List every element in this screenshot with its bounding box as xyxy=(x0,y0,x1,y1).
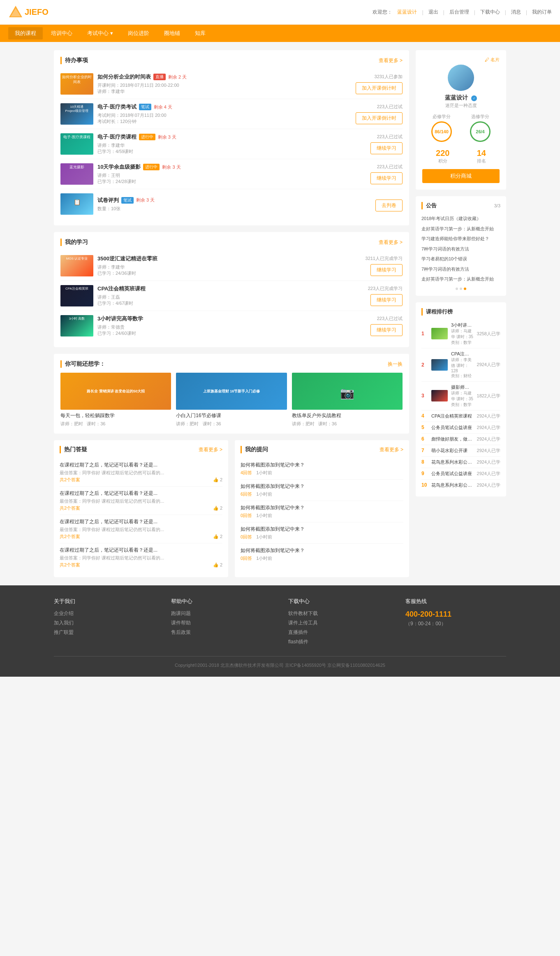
hot-qa-header: 热门答疑 查看更多 > xyxy=(60,446,222,453)
learn-btn-1[interactable]: 继续学习 xyxy=(370,294,403,306)
learning-more[interactable]: 查看更多 > xyxy=(379,239,403,246)
todo-btn-4[interactable]: 去判卷 xyxy=(375,200,403,211)
rank-info: 公务员笔试公益讲座 xyxy=(431,471,474,477)
footer-link[interactable]: 直播插件 xyxy=(288,629,389,636)
nav-orders[interactable]: 我的订单 xyxy=(532,9,552,16)
notice-page: 3/3 xyxy=(494,203,500,208)
learn-item: CPA注会精英班 CPA注会精英班课程 讲师：王磊 已学习：4/67课时 223… xyxy=(60,281,403,311)
my-qa-item: 如何将截图添加到笔记中来？ 0回答 1小时前 xyxy=(241,544,403,565)
ranking-title: 课程排行榜 xyxy=(421,308,500,316)
learn-thumb-2: 3小时 高数 xyxy=(60,315,93,336)
footer-link[interactable]: 课件帮助 xyxy=(171,620,272,627)
rank-thumb xyxy=(431,328,448,339)
learn-btn-2[interactable]: 继续学习 xyxy=(370,324,403,336)
notice-dot[interactable] xyxy=(460,288,462,290)
footer-link[interactable]: 推广联盟 xyxy=(54,629,155,636)
todo-section: 待办事项 查看更多 > 如何分析企业的时间表 如何分析企业的时间表 直播 剩余 … xyxy=(54,50,409,225)
notice-title: 公告 xyxy=(421,202,437,209)
nav-exit[interactable]: 退出 xyxy=(428,9,438,16)
todo-item: 📋 试卷评判 笔试 剩余 3 天 数量：10张 去判卷 xyxy=(60,189,403,219)
nav-messages[interactable]: 消息 xyxy=(511,9,521,16)
rec-card-0: 路长全 营销演讲 改变命运的50大招 每天一包，轻松躺踩数学 讲师：肥时 课时：… xyxy=(60,373,171,427)
elected-stat: 选修学分 26/4 xyxy=(470,114,491,144)
nav-community[interactable]: 圈地铺 xyxy=(157,27,187,39)
nav-knowledge[interactable]: 知库 xyxy=(188,27,212,39)
footer-link[interactable]: 企业介绍 xyxy=(54,610,155,617)
rank-info: CPA注会精英班课程 讲师：李美德 课时：128 类别：财经 xyxy=(451,351,474,379)
notice-item[interactable]: 走好英语学习第一步：从新概念开始 xyxy=(421,224,500,234)
rank-num: 3 xyxy=(421,393,428,399)
rank-item: 2 CPA注会精英班课程 讲师：李美德 课时：128 类别：财经 2924人已学 xyxy=(421,348,500,382)
rank-item: 1 3小时讲完高等数学 讲师：马建华 课时：35 类别：数学 3258人已学 xyxy=(421,320,500,348)
learn-btn-0[interactable]: 继续学习 xyxy=(370,264,403,276)
todo-btn-2[interactable]: 继续学习 xyxy=(370,142,403,154)
footer-link[interactable]: 课件上传工具 xyxy=(288,620,389,627)
notice-item[interactable]: 学习建造师能给你带来那些好处？ xyxy=(421,234,500,244)
profile-edit[interactable]: 🖊 名片 xyxy=(485,57,500,63)
rec-refresh[interactable]: 换一换 xyxy=(388,361,403,368)
logo-icon xyxy=(8,5,23,20)
profile-stats: 必修学分 86/140 选修学分 26/4 xyxy=(422,114,500,144)
score-shop-btn[interactable]: 积分商城 xyxy=(422,169,500,183)
footer-hours: （9：00-24：00） xyxy=(405,620,506,627)
rank-info: 3小时讲完高等数学 讲师：马建华 课时：35 类别：数学 xyxy=(451,322,474,346)
recommendation-section: 你可能还想学： 换一换 路长全 营销演讲 改变命运的50大招 每天一包，轻松躺踩… xyxy=(54,354,409,434)
nav-download[interactable]: 下载中心 xyxy=(480,9,500,16)
notice-dots xyxy=(421,288,500,290)
hot-qa-more[interactable]: 查看更多 > xyxy=(199,446,222,453)
rank-item: 6 彪悍做好朋友，做出... 2924人已学 xyxy=(421,434,500,445)
todo-item: 蓝光摄影 10天学余血级摄影 进行中 剩余 3 天 讲师：王明 已学习：24/2… xyxy=(60,159,403,189)
rank-info: 花鸟意系列水彩公开课7.2 xyxy=(431,482,474,488)
footer-download: 下载中心 软件教材下载 课件上传工具 直播插件 flash插件 xyxy=(288,598,389,648)
rec-card-2: 📷 教练单反户外实战教程 讲师：肥时 课时：36 xyxy=(292,373,403,427)
notice-dot-active[interactable] xyxy=(464,288,466,290)
profile-avatar xyxy=(448,65,474,91)
rank-item: 4 CPA注会精英班课程 2924人已学 xyxy=(421,411,500,422)
todo-info-3: 10天学余血级摄影 进行中 剩余 3 天 讲师：王明 已学习：24/28课时 xyxy=(97,163,357,185)
main-nav: 我的课程 培训中心 考试中心 ▾ 岗位进阶 圈地铺 知库 xyxy=(0,25,560,42)
todo-btn-3[interactable]: 继续学习 xyxy=(370,172,403,184)
todo-btn-1[interactable]: 加入开课倒计时 xyxy=(356,112,403,124)
notice-section: 公告 3/3 2018年考试日历（建议收藏） 走好英语学习第一步：从新概念开始 … xyxy=(416,196,506,296)
todo-thumb-4: 📋 xyxy=(60,193,93,215)
learn-info-0: 3500逆汇速记精进在零班 讲师：李建华 已学习：24/36课时 xyxy=(97,255,357,276)
my-qa-more[interactable]: 查看更多 > xyxy=(380,446,403,453)
username-text[interactable]: 蓝蓝设计 xyxy=(397,9,417,16)
nav-admin[interactable]: 后台管理 xyxy=(449,9,469,16)
notice-item[interactable]: 2018年考试日历（建议收藏） xyxy=(421,213,500,224)
notice-item[interactable]: 学习者易犯的10个错误 xyxy=(421,254,500,264)
score-num: 220 积分 xyxy=(436,149,449,164)
notice-dot[interactable] xyxy=(456,288,458,290)
nav-training[interactable]: 培训中心 xyxy=(44,27,79,39)
notice-item[interactable]: 7种学习词语的有效方法 xyxy=(421,244,500,254)
rank-info: 摄影师如何经营好工作室 讲师：马建华 课时：35 类别：数学 xyxy=(451,384,474,408)
todo-more[interactable]: 查看更多 > xyxy=(379,57,403,64)
profile-motto: 迷茫是一种态度 xyxy=(422,102,500,109)
nav-exam[interactable]: 考试中心 ▾ xyxy=(81,27,120,39)
footer-link[interactable]: 售后政策 xyxy=(171,629,272,636)
nav-mycourse[interactable]: 我的课程 xyxy=(8,27,43,39)
todo-title: 待办事项 xyxy=(60,57,88,64)
learn-thumb-0: MOS 认证专业 xyxy=(60,255,93,276)
learn-item: MOS 认证专业 3500逆汇速记精进在零班 讲师：李建华 已学习：24/36课… xyxy=(60,251,403,281)
nav-career[interactable]: 岗位进阶 xyxy=(121,27,156,39)
todo-btn-0[interactable]: 加入开课倒计时 xyxy=(356,82,403,94)
notice-item[interactable]: 走好英语学习第一步：从新概念开始 xyxy=(421,274,500,284)
footer-link[interactable]: 加入我们 xyxy=(54,620,155,627)
qa-item: 在课程过期了之后，笔记还可以看着？还是... 最佳答案：同学你好 课程过期后笔记… xyxy=(60,543,222,571)
ranking-section: 课程排行榜 1 3小时讲完高等数学 讲师：马建华 课时：35 类别：数学 325… xyxy=(416,302,506,497)
notice-item[interactable]: 7种学习词语的有效方法 xyxy=(421,264,500,274)
footer-link[interactable]: flash插件 xyxy=(288,638,389,645)
footer-link[interactable]: 软件教材下载 xyxy=(288,610,389,617)
rank-num: 1 xyxy=(421,331,428,336)
my-learning-section: 我的学习 查看更多 > MOS 认证专业 3500逆汇速记精进在零班 讲师：李建… xyxy=(54,232,409,347)
rank-info: 花鸟意系列水彩公开课7.1 xyxy=(431,459,474,465)
my-qa-item: 如何将截图添加到笔记中来？ 0回答 1小时前 xyxy=(241,522,403,544)
footer-link[interactable]: 跑课问题 xyxy=(171,610,272,617)
my-qa-item: 如何将截图添加到笔记中来？ 6回答 1小时前 xyxy=(241,480,403,501)
rec-img-2: 📷 xyxy=(292,373,403,410)
learn-info-2: 3小时讲完高等数学 讲师：常德贵 已学习：24/60课时 xyxy=(97,315,357,336)
rec-cards: 路长全 营销演讲 改变命运的50大招 每天一包，轻松躺踩数学 讲师：肥时 课时：… xyxy=(60,373,403,427)
logo[interactable]: JIEFO xyxy=(8,5,49,20)
rec-title: 你可能还想学： xyxy=(60,360,105,368)
